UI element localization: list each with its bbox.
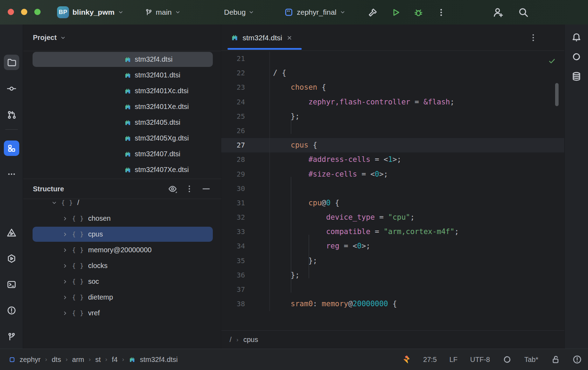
zephyr-logo-icon[interactable] <box>402 355 411 364</box>
close-tab-icon[interactable] <box>286 35 293 41</box>
chevron-down-icon[interactable] <box>51 200 57 206</box>
tool-services-button[interactable] <box>4 251 19 266</box>
project-file-row[interactable]: stm32f4.dtsi <box>23 52 221 67</box>
project-widget[interactable]: BP blinky_pwm <box>57 0 124 25</box>
structure-tree-row[interactable]: { } cpus <box>23 226 221 242</box>
ai-assistant-status-icon[interactable] <box>503 355 512 364</box>
breadcrumb-item[interactable]: / <box>230 336 232 344</box>
status-path-item[interactable]: st <box>95 356 101 364</box>
tool-structure-button[interactable] <box>4 141 19 156</box>
line-number: 28 <box>221 152 245 167</box>
chevron-right-icon[interactable] <box>62 263 68 269</box>
tool-problems-button[interactable] <box>4 303 19 318</box>
search-everywhere-button[interactable] <box>518 7 528 18</box>
structure-tree-row[interactable]: { } vref <box>23 305 221 321</box>
project-file-row[interactable]: stm32f405Xg.dtsi <box>23 130 221 146</box>
breadcrumb-item[interactable]: cpus <box>243 336 258 344</box>
run-config-selector[interactable]: zephyr_final <box>284 0 345 25</box>
vcs-branch-widget[interactable]: main <box>145 0 181 25</box>
database-icon[interactable] <box>572 71 581 81</box>
chevron-right-icon[interactable] <box>62 247 68 253</box>
project-file-row[interactable]: stm32f401.dtsi <box>23 67 221 83</box>
line-separator[interactable]: LF <box>449 356 457 364</box>
status-path-item[interactable]: dts <box>52 356 61 364</box>
chevron-right-icon[interactable] <box>62 279 68 285</box>
code-line[interactable]: 27 cpus { <box>221 138 564 152</box>
code-line[interactable]: 36 }; <box>221 268 564 282</box>
code-line[interactable]: 30 <box>221 181 564 196</box>
more-actions-button[interactable] <box>436 8 446 17</box>
status-path-item[interactable]: zephyr <box>20 356 41 364</box>
tool-project-button[interactable] <box>4 55 19 70</box>
project-file-row[interactable]: stm32f405.dtsi <box>23 115 221 130</box>
project-panel-header[interactable]: Project <box>23 25 221 51</box>
project-file-row[interactable]: stm32f401Xc.dtsi <box>23 83 221 99</box>
code-line[interactable]: 35 }; <box>221 254 564 268</box>
hide-panel-minus-icon[interactable] <box>202 184 211 193</box>
debug-button[interactable] <box>414 8 423 17</box>
file-encoding[interactable]: UTF-8 <box>470 356 490 364</box>
code-line[interactable]: 24 zephyr,flash-controller = &flash; <box>221 95 564 109</box>
code-line[interactable]: 38 sram0: memory@20000000 { <box>221 297 564 311</box>
code-line[interactable]: 37 <box>221 282 564 297</box>
editor-options-kebab-icon[interactable] <box>528 33 538 42</box>
chevron-right-icon[interactable] <box>62 232 68 237</box>
code-line[interactable]: 33 compatible = "arm,cortex-m4f"; <box>221 225 564 239</box>
caret-position[interactable]: 27:5 <box>423 356 437 364</box>
tool-profiler-button[interactable] <box>4 225 19 240</box>
tool-more-button[interactable] <box>4 166 19 182</box>
tool-version-control-button[interactable] <box>4 329 19 344</box>
build-config-selector[interactable]: Debug <box>224 0 254 25</box>
status-path-item[interactable]: f4 <box>112 356 118 364</box>
status-path-item[interactable]: arm <box>72 356 84 364</box>
code-line[interactable]: 22/ { <box>221 66 564 80</box>
structure-tree-row[interactable]: { } dietemp <box>23 289 221 305</box>
inspections-ok-check-icon[interactable] <box>548 57 556 65</box>
code-line[interactable]: 31 cpu@0 { <box>221 196 564 210</box>
unlock-icon[interactable] <box>551 355 560 364</box>
window-close-button[interactable] <box>8 9 14 15</box>
project-file-row[interactable]: stm32f407.dtsi <box>23 146 221 162</box>
tool-terminal-button[interactable] <box>4 277 19 292</box>
code-line[interactable]: 26 <box>221 124 564 138</box>
ai-assistant-icon[interactable] <box>572 52 581 62</box>
panel-options-kebab-icon[interactable] <box>185 184 194 193</box>
chevron-down-icon <box>175 9 181 15</box>
indent-style[interactable]: Tab* <box>524 356 538 364</box>
line-number: 32 <box>221 210 245 225</box>
code-line[interactable]: 32 device_type = "cpu"; <box>221 210 564 225</box>
structure-tree-row[interactable]: { } soc <box>23 274 221 289</box>
code-with-me-button[interactable] <box>493 7 503 18</box>
code-line[interactable]: 28 #address-cells = <1>; <box>221 152 564 167</box>
code-line[interactable]: 23 chosen { <box>221 80 564 95</box>
error-status-icon[interactable] <box>573 355 582 364</box>
tool-commit-button[interactable] <box>4 81 19 96</box>
status-path-item[interactable]: stm32f4.dtsi <box>140 356 178 364</box>
build-hammer-button[interactable] <box>368 8 378 17</box>
chevron-right-icon[interactable] <box>62 216 68 221</box>
structure-tree-row[interactable]: { } / <box>23 199 221 211</box>
code-line[interactable]: 21 <box>221 52 564 66</box>
project-file-row[interactable]: stm32f401Xe.dtsi <box>23 99 221 115</box>
tab-stm32f4-dtsi[interactable]: stm32f4.dtsi <box>227 25 302 51</box>
window-minimize-button[interactable] <box>21 9 27 15</box>
code-line[interactable]: 25 }; <box>221 109 564 124</box>
chevron-right-icon[interactable] <box>62 295 68 300</box>
code-area[interactable]: 2122/ {23 chosen {24 zephyr,flash-contro… <box>221 51 564 337</box>
run-button[interactable] <box>391 8 400 17</box>
code-line[interactable]: 29 #size-cells = <0>; <box>221 167 564 181</box>
chevron-right-icon[interactable] <box>62 310 68 316</box>
view-options-eye-icon[interactable] <box>168 184 177 193</box>
tool-pull-requests-button[interactable] <box>4 107 19 123</box>
project-file-row[interactable]: stm32f407Xe.dtsi <box>23 162 221 178</box>
structure-tree-row[interactable]: { } chosen <box>23 211 221 226</box>
structure-panel-header[interactable]: Structure <box>23 179 221 199</box>
notifications-bell-icon[interactable] <box>572 32 581 42</box>
code-line[interactable]: 34 reg = <0>; <box>221 239 564 253</box>
editor-scrollbar-thumb[interactable] <box>555 83 559 106</box>
gutter: 34 <box>221 239 270 253</box>
window-zoom-button[interactable] <box>34 9 41 15</box>
structure-tree-row[interactable]: { } clocks <box>23 258 221 274</box>
structure-tree-row[interactable]: { } memory@20000000 <box>23 242 221 258</box>
node-label: memory@20000000 <box>88 246 152 254</box>
